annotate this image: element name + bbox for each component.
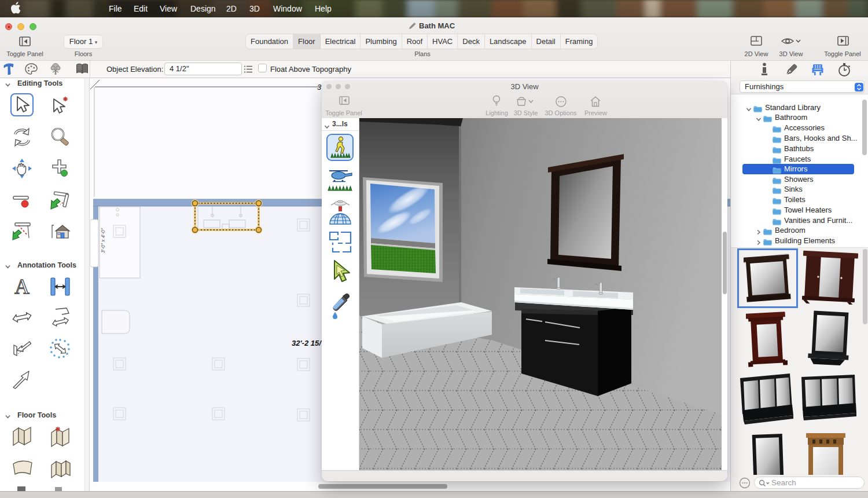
svg-text:A: A xyxy=(14,276,30,298)
svg-text:3'-0" x 4'-0": 3'-0" x 4'-0" xyxy=(100,228,106,253)
svg-text:3: 3 xyxy=(317,83,322,91)
svg-text:32'-2 15/: 32'-2 15/ xyxy=(292,339,322,347)
